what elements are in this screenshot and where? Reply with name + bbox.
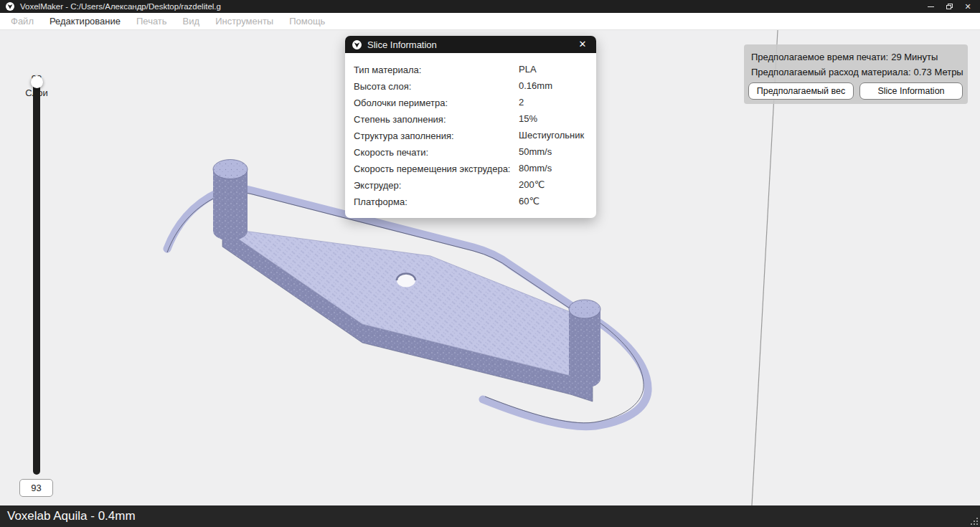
dialog-row-platform-temp: Платформа: 60℃ [354, 193, 588, 209]
close-button[interactable]: ✕ [958, 0, 977, 13]
window-controls: ✕ [921, 0, 977, 13]
layer-slider-handle[interactable] [31, 76, 43, 88]
menu-bar: Файл Редактирование Печать Вид Инструмен… [0, 13, 980, 30]
dialog-row-layer-height: Высота слоя: 0.16mm [354, 77, 588, 94]
layer-slider-track[interactable] [33, 80, 40, 475]
dialog-row-infill-density: Степень заполнения: 15% [354, 110, 588, 127]
print-estimate-panel: Предполагаемое время печати:29 Минуты Пр… [744, 44, 968, 104]
resize-grip-icon[interactable] [970, 517, 978, 525]
minimize-button[interactable] [921, 0, 940, 13]
menu-help[interactable]: Помощь [289, 16, 325, 27]
viewport-3d[interactable]: 93 Слои Slice Information ✕ Тип материал… [0, 30, 980, 505]
restore-icon [946, 4, 953, 9]
voxelmaker-logo-icon [6, 2, 14, 11]
menu-file[interactable]: Файл [11, 16, 34, 27]
estimated-time-line: Предполагаемое время печати:29 Минуты [751, 49, 961, 65]
menu-edit[interactable]: Редактирование [50, 16, 121, 27]
dialog-row-infill-structure: Структура заполнения: Шестиугольник [354, 127, 588, 143]
dialog-row-print-speed: Скорость печати: 50mm/s [354, 143, 588, 160]
dialog-row-travel-speed: Скорость перемещения экструдера: 80mm/s [354, 160, 588, 176]
dialog-header[interactable]: Slice Information ✕ [345, 36, 596, 53]
dialog-row-extruder-temp: Экструдер: 200℃ [354, 176, 588, 193]
menu-tools[interactable]: Инструменты [215, 16, 273, 27]
menu-print[interactable]: Печать [136, 16, 167, 27]
minimize-icon [928, 6, 934, 7]
slice-information-dialog: Slice Information ✕ Тип материала: PLA В… [345, 36, 596, 218]
printer-profile-label: Voxelab Aquila - 0.4mm [7, 505, 136, 527]
dialog-title: Slice Information [367, 39, 437, 50]
window-title: VoxelMaker - C:/Users/Александр/Desktop/… [20, 2, 221, 11]
dialog-row-material-type: Тип материала: PLA [354, 61, 588, 77]
estimated-material-line: Предполагаемый расход материала:0.73 Мет… [751, 65, 961, 80]
dialog-close-button[interactable]: ✕ [576, 38, 589, 51]
restore-button[interactable] [940, 0, 958, 13]
menu-view[interactable]: Вид [183, 16, 200, 27]
voxelmaker-logo-icon [352, 40, 362, 49]
layer-number-input[interactable] [19, 479, 53, 497]
title-bar: VoxelMaker - C:/Users/Александр/Desktop/… [0, 0, 980, 13]
dialog-row-perimeter-shells: Оболочки периметра: 2 [354, 94, 588, 110]
right-cylinder [569, 300, 600, 388]
estimated-weight-button[interactable]: Предполагаемый вес [748, 82, 854, 100]
stats-buttons-row: Предполагаемый вес Slice Information [748, 82, 963, 100]
status-bar: Voxelab Aquila - 0.4mm [0, 505, 980, 527]
slice-information-button[interactable]: Slice Information [859, 82, 963, 100]
left-cylinder [213, 160, 248, 241]
dialog-body: Тип материала: PLA Высота слоя: 0.16mm О… [345, 53, 596, 218]
